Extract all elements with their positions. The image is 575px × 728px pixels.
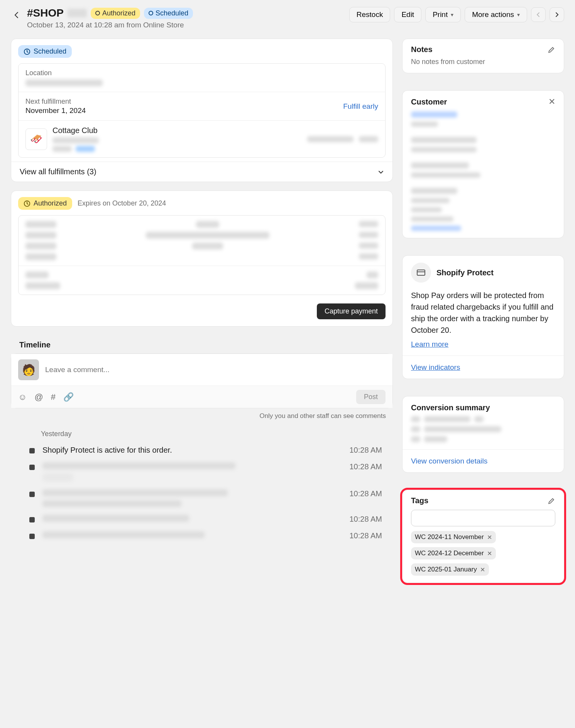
- timeline-time: 10:28 AM: [349, 531, 382, 540]
- timeline-dot-icon: [29, 534, 35, 539]
- view-all-fulfillments[interactable]: View all fulfillments (3): [11, 162, 392, 182]
- pill-label: Authorized: [34, 199, 67, 207]
- summary-redacted: [25, 232, 56, 239]
- timeline-time: 10:28 AM: [349, 515, 382, 524]
- summary-redacted: [25, 243, 56, 249]
- timeline-item: 10:28 AM: [18, 462, 386, 482]
- summary-redacted: [25, 221, 56, 228]
- back-button[interactable]: [11, 9, 22, 21]
- capture-payment-button[interactable]: Capture payment: [317, 303, 386, 319]
- customer-redacted: [411, 111, 457, 118]
- conversion-redacted: [474, 416, 484, 422]
- tag-label: WC 2024-11 November: [415, 533, 484, 541]
- price-redacted: [307, 136, 353, 142]
- order-subtitle: October 13, 2024 at 10:28 am from Online…: [27, 21, 193, 29]
- summary-redacted: [359, 243, 378, 249]
- chevron-down-icon: [378, 169, 384, 175]
- conversion-redacted: [411, 416, 420, 422]
- print-label: Print: [433, 10, 448, 19]
- svg-rect-2: [417, 270, 425, 275]
- view-indicators-link[interactable]: View indicators: [411, 363, 460, 371]
- product-thumbnail[interactable]: 🛷: [25, 128, 47, 150]
- view-conversion-link[interactable]: View conversion details: [411, 457, 487, 465]
- timeline-item: 10:28 AM: [18, 531, 386, 540]
- protect-body: Shop Pay orders will be protected from f…: [411, 290, 555, 336]
- tag-chip: WC 2024-11 November✕: [411, 531, 496, 543]
- tag-label: WC 2025-01 January: [415, 566, 477, 573]
- timeline-dot-icon: [29, 448, 35, 453]
- customer-redacted: [411, 137, 477, 143]
- restock-button[interactable]: Restock: [349, 7, 391, 22]
- customer-title: Customer: [411, 98, 447, 106]
- product-name[interactable]: Cottage Club: [52, 126, 302, 135]
- clock-icon: [24, 48, 30, 55]
- tags-title: Tags: [411, 496, 428, 505]
- pill-label: Scheduled: [34, 47, 66, 56]
- comment-input[interactable]: [44, 365, 386, 374]
- total-redacted: [359, 136, 378, 142]
- fulfillment-status-pill: Scheduled: [18, 45, 72, 58]
- edit-button[interactable]: Edit: [394, 7, 421, 22]
- shopify-protect-card: Shopify Protect Shop Pay orders will be …: [402, 255, 564, 379]
- timeline-item: 10:28 AM: [18, 515, 386, 524]
- location-label: Location: [25, 69, 378, 77]
- status-badge-authorized: Authorized: [91, 8, 140, 19]
- badge-label: Scheduled: [156, 9, 188, 17]
- summary-redacted: [25, 271, 49, 278]
- timeline-day: Yesterday: [41, 430, 386, 438]
- emoji-icon[interactable]: ☺: [18, 392, 27, 402]
- fulfill-early-link[interactable]: Fulfill early: [343, 102, 378, 111]
- summary-redacted: [192, 243, 223, 249]
- conversion-redacted: [411, 426, 420, 432]
- learn-more-link[interactable]: Learn more: [411, 340, 448, 348]
- timeline-time: 10:28 AM: [349, 489, 382, 498]
- post-button[interactable]: Post: [356, 390, 386, 404]
- prev-order-button[interactable]: [531, 7, 546, 22]
- summary-redacted: [359, 232, 378, 238]
- payment-status-pill: Authorized: [18, 197, 72, 210]
- tags-card: Tags WC 2024-11 November✕WC 2024-12 Dece…: [402, 490, 564, 583]
- customer-redacted: [411, 216, 453, 222]
- conversion-title: Conversion summary: [411, 403, 555, 412]
- hashtag-icon[interactable]: #: [51, 392, 56, 402]
- timeline-text: Shopify Protect is active for this order…: [42, 446, 342, 455]
- more-actions-button[interactable]: More actions: [465, 7, 527, 22]
- clock-icon: [24, 200, 30, 207]
- customer-redacted: [411, 207, 442, 212]
- customer-redacted: [411, 121, 438, 127]
- summary-redacted: [25, 282, 60, 289]
- edit-notes-icon[interactable]: [548, 46, 555, 54]
- attachment-icon[interactable]: 🔗: [63, 392, 74, 402]
- next-fulfillment-value: November 1, 2024: [25, 106, 86, 115]
- notes-title: Notes: [411, 45, 433, 54]
- timeline-title: Timeline: [11, 335, 393, 353]
- payment-card: Authorized Expires on October 20, 2024: [11, 190, 393, 327]
- print-button[interactable]: Print: [425, 7, 461, 22]
- summary-redacted: [359, 253, 378, 260]
- product-meta-redacted: [76, 146, 95, 152]
- timeline-time: 10:28 AM: [349, 446, 382, 455]
- tag-remove-icon[interactable]: ✕: [487, 550, 492, 557]
- edit-tags-icon[interactable]: [548, 497, 555, 505]
- mention-icon[interactable]: @: [34, 392, 43, 402]
- customer-redacted: [411, 147, 477, 152]
- more-label: More actions: [472, 10, 514, 19]
- tag-remove-icon[interactable]: ✕: [487, 534, 492, 541]
- tag-chip: WC 2025-01 January✕: [411, 563, 489, 576]
- summary-redacted: [146, 232, 269, 239]
- timeline-dot-icon: [29, 465, 35, 470]
- next-order-button[interactable]: [550, 7, 564, 22]
- remove-customer-icon[interactable]: ✕: [548, 97, 555, 107]
- timeline-card: Timeline 🧑 ☺ @ # 🔗 Post: [11, 335, 393, 556]
- avatar: 🧑: [18, 359, 39, 380]
- expand-label: View all fulfillments (3): [20, 167, 96, 176]
- tag-remove-icon[interactable]: ✕: [480, 566, 485, 573]
- order-id-redacted: [68, 9, 87, 17]
- conversion-card: Conversion summary: [402, 396, 564, 473]
- customer-redacted: [411, 198, 450, 203]
- conversion-redacted: [424, 426, 501, 432]
- timeline-redacted: [42, 531, 205, 538]
- timeline-redacted: [42, 515, 189, 522]
- tags-input[interactable]: [411, 510, 555, 526]
- notes-card: Notes No notes from customer: [402, 39, 564, 73]
